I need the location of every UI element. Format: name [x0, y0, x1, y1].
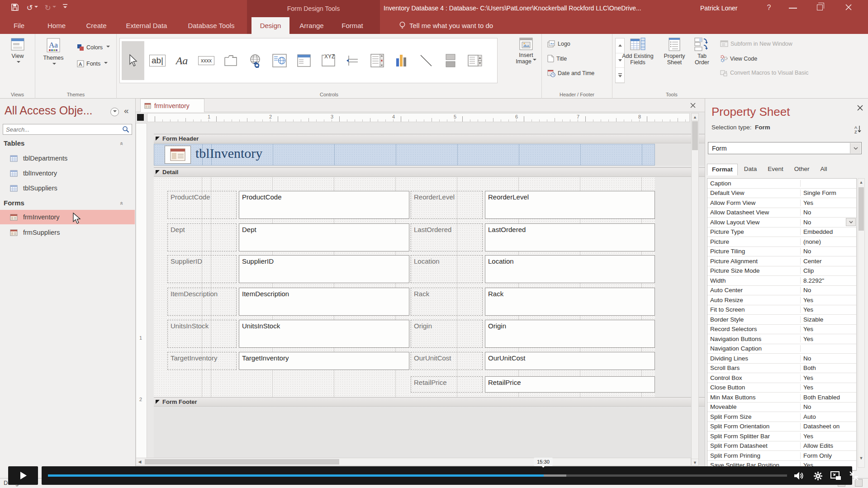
property-row[interactable]: Record Selectors Yes	[707, 325, 856, 335]
property-value[interactable]: Allow Edits	[801, 442, 856, 449]
sidebar-item-frminventory[interactable]: frmInventory	[0, 210, 135, 224]
property-row[interactable]: Moveable No	[707, 403, 856, 412]
property-row[interactable]: Navigation Buttons Yes	[707, 334, 856, 344]
web-browser-control-icon[interactable]	[268, 41, 291, 80]
chevron-down-icon[interactable]	[17, 61, 20, 65]
detail-section[interactable]: ProductCode ProductCode ReorderLevel Reo…	[154, 177, 655, 397]
field-label[interactable]: Rack	[411, 288, 483, 316]
property-value[interactable]: 8.2292"	[801, 277, 856, 284]
field-label[interactable]: RetailPrice	[411, 376, 483, 393]
tab-format[interactable]: Format	[707, 164, 738, 175]
restore-icon[interactable]	[817, 5, 823, 10]
scroll-left-icon[interactable]: ◀	[136, 458, 143, 465]
property-row[interactable]: Split Form Printing Form Only	[707, 451, 856, 461]
search-box[interactable]	[3, 124, 132, 135]
nav-pane-menu-icon[interactable]	[110, 108, 119, 116]
insert-page-break-icon[interactable]	[342, 41, 364, 80]
combo-box-icon[interactable]	[366, 41, 389, 80]
hyperlink-icon[interactable]	[244, 41, 266, 80]
property-value[interactable]: Yes	[801, 336, 856, 342]
property-row[interactable]: Caption	[707, 179, 856, 189]
form-select-all-button[interactable]	[137, 114, 144, 121]
property-row[interactable]: Scroll Bars Both	[707, 364, 856, 374]
field-textbox[interactable]: SupplierID	[239, 255, 409, 283]
field-label[interactable]: LastOrdered	[411, 223, 483, 251]
close-icon[interactable]	[845, 4, 855, 14]
field-textbox[interactable]: Dept	[239, 223, 409, 251]
property-value[interactable]: Yes	[801, 384, 856, 391]
undo-icon[interactable]: ↺	[25, 3, 39, 14]
view-code-button[interactable]: View Code	[720, 55, 757, 62]
property-value[interactable]: Both Enabled	[801, 394, 856, 401]
property-row[interactable]: Picture Tiling No	[707, 247, 856, 257]
property-row[interactable]: Split Form Size Auto	[707, 412, 856, 422]
chart-icon[interactable]	[390, 41, 413, 80]
tab-home[interactable]: Home	[43, 17, 71, 34]
navigation-control-icon[interactable]	[293, 41, 315, 80]
text-box-icon[interactable]: ab|	[146, 41, 169, 80]
logo-button[interactable]: Logo	[547, 40, 570, 47]
colors-button[interactable]: Colors	[77, 44, 110, 51]
object-selector[interactable]: Form	[708, 142, 862, 154]
chevron-down-icon[interactable]	[850, 143, 861, 153]
property-row[interactable]: Split Form Orientation Datasheet on	[707, 422, 856, 432]
insert-image-button[interactable]: Insert Image	[512, 38, 540, 65]
field-label[interactable]: Location	[411, 255, 483, 283]
tab-data[interactable]: Data	[740, 164, 762, 175]
line-icon[interactable]	[415, 41, 437, 80]
themes-button[interactable]: Aa Themes	[39, 38, 68, 66]
field-label[interactable]: ProductCode	[167, 191, 237, 219]
scroll-down-icon[interactable]: ▼	[692, 459, 698, 466]
property-row[interactable]: Picture Type Embedded	[707, 227, 856, 237]
tab-event[interactable]: Event	[763, 164, 788, 175]
fonts-button[interactable]: A Fonts	[77, 60, 108, 67]
button-icon[interactable]: xxxx	[195, 41, 218, 80]
tab-external-data[interactable]: External Data	[121, 17, 172, 34]
list-box-icon[interactable]	[464, 41, 486, 80]
property-row[interactable]: Control Box Yes	[707, 373, 856, 383]
property-value[interactable]: Form Only	[801, 452, 856, 459]
property-sheet-button[interactable]: PropertySheet	[660, 38, 688, 66]
field-textbox[interactable]: RetailPrice	[485, 376, 655, 393]
field-label[interactable]: Origin	[411, 320, 483, 348]
property-row[interactable]: Allow Datasheet View No	[707, 208, 856, 218]
section-header-forms[interactable]: Forms	[4, 199, 24, 207]
field-textbox[interactable]: LastOrdered	[485, 223, 655, 251]
close-document-icon[interactable]	[688, 101, 697, 110]
property-value[interactable]: No	[801, 287, 856, 294]
form-title-label[interactable]: tblInventory	[195, 146, 262, 161]
tab-order-button[interactable]: TabOrder	[690, 38, 714, 66]
property-row[interactable]: Auto Resize Yes	[707, 295, 856, 305]
az-sort-icon[interactable]: AZ	[854, 125, 862, 134]
tab-format[interactable]: Format	[334, 17, 371, 34]
scrollbar-thumb[interactable]	[145, 459, 339, 464]
save-icon[interactable]	[11, 3, 21, 14]
property-value[interactable]: Clip	[801, 267, 856, 274]
settings-gear-icon[interactable]	[812, 470, 823, 481]
collapse-section-icon[interactable]: «	[119, 142, 125, 145]
tab-design[interactable]: Design	[251, 17, 289, 34]
sidebar-item-tblsuppliers[interactable]: tblSuppliers	[0, 181, 135, 195]
property-value[interactable]: Yes	[801, 433, 856, 440]
property-row[interactable]: Allow Layout View No	[707, 218, 856, 227]
field-textbox[interactable]: ProductCode	[239, 191, 409, 219]
chevron-down-icon[interactable]	[104, 62, 108, 66]
account-name[interactable]: Patrick Loner	[700, 5, 737, 12]
search-icon[interactable]	[122, 126, 129, 133]
document-tab-frminventory[interactable]: frmInventory	[140, 99, 204, 112]
qat-customize-icon[interactable]	[62, 3, 70, 14]
property-row[interactable]: Allow Form View Yes	[707, 198, 856, 208]
value-dropdown-icon[interactable]	[846, 218, 856, 226]
property-row[interactable]: Picture (none)	[707, 237, 856, 247]
property-value[interactable]: No	[801, 355, 856, 362]
logo-image-control[interactable]	[165, 146, 191, 164]
property-value[interactable]: No	[801, 248, 856, 255]
property-value[interactable]: Yes	[801, 306, 856, 313]
sidebar-item-tblinventory[interactable]: tblInventory	[0, 166, 135, 180]
property-value[interactable]: Yes	[801, 297, 856, 303]
field-label[interactable]: Dept	[167, 223, 237, 251]
property-row[interactable]: Auto Center No	[707, 286, 856, 296]
property-value[interactable]: Yes	[801, 374, 856, 381]
tab-file[interactable]: File	[6, 17, 32, 34]
scroll-up-icon[interactable]: ▲	[859, 180, 864, 185]
